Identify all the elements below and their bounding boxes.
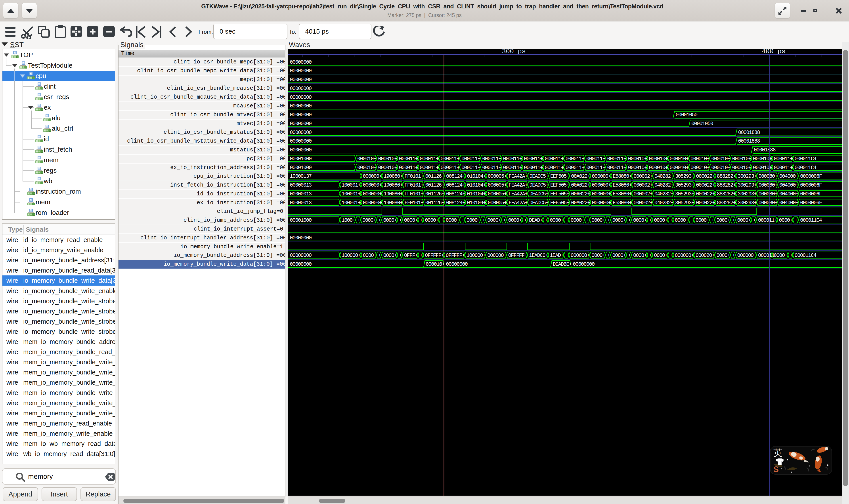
svg-text:040282+: 040282+	[654, 174, 673, 179]
svg-text:000000+: 000000+	[737, 253, 756, 258]
svg-text:+: +	[711, 217, 714, 223]
svg-text:000011+: 000011+	[586, 165, 606, 170]
svg-text:000011C4: 000011C4	[795, 253, 816, 258]
svg-text:0000006F: 0000006F	[800, 182, 822, 188]
svg-text:000010+: 000010+	[670, 156, 689, 162]
svg-text:1000+: 1000+	[342, 217, 355, 223]
svg-text:000011+: 000011+	[482, 165, 501, 170]
svg-text:000010+: 000010+	[378, 156, 397, 162]
svg-text:DEADC5+: DEADC5+	[529, 191, 548, 197]
svg-text:+: +	[565, 217, 568, 223]
svg-text:000011+: 000011+	[462, 165, 481, 170]
svg-text:0FFFFF+: 0FFFFF+	[446, 253, 465, 258]
svg-text:E58080+: E58080+	[613, 174, 632, 179]
svg-text:000011+: 000011+	[482, 156, 501, 162]
svg-text:DEADC5+: DEADC5+	[529, 200, 548, 206]
svg-text:00001888: 00001888	[754, 147, 776, 153]
svg-text:000010+: 000010+	[753, 165, 772, 170]
svg-text:100001+: 100001+	[342, 200, 361, 206]
svg-text:00000000: 00000000	[290, 138, 311, 144]
svg-text:00000000: 00000000	[290, 59, 311, 65]
svg-text:000010+: 000010+	[357, 156, 376, 162]
svg-text:000010+: 000010+	[711, 156, 730, 162]
svg-text:+: +	[690, 217, 693, 223]
svg-text:E58080+: E58080+	[613, 182, 632, 188]
svg-text:000080+: 000080+	[759, 182, 778, 188]
svg-text:0000+: 0000+	[654, 217, 668, 223]
svg-text:000010+: 000010+	[357, 165, 376, 170]
svg-text:190080+: 190080+	[384, 174, 403, 179]
svg-text:000022+: 000022+	[696, 174, 715, 179]
svg-text:000010+: 000010+	[426, 262, 445, 267]
svg-text:305293+: 305293+	[675, 200, 694, 206]
svg-text:000011+: 000011+	[758, 217, 777, 223]
svg-text:0000+: 0000+	[737, 217, 751, 223]
svg-text:1EAD+: 1EAD+	[550, 253, 564, 258]
svg-text:000022+: 000022+	[696, 200, 715, 206]
svg-text:00000013: 00000013	[290, 200, 311, 206]
svg-text:DEADC5+: DEADC5+	[529, 182, 548, 188]
svg-text:+: +	[482, 217, 485, 223]
svg-text:000011+: 000011+	[774, 165, 793, 170]
svg-text:008124+: 008124+	[446, 182, 465, 188]
svg-text:000005+: 000005+	[488, 191, 507, 197]
svg-text:305293+: 305293+	[675, 182, 694, 188]
svg-text:0000+: 0000+	[633, 253, 647, 258]
svg-text:305293+: 305293+	[675, 191, 694, 197]
svg-text:000000+: 000000+	[571, 253, 590, 258]
svg-text:+: +	[670, 217, 672, 223]
svg-text:0000+: 0000+	[633, 217, 647, 223]
svg-text:00001888: 00001888	[738, 138, 760, 144]
svg-text:000011+: 000011+	[420, 156, 439, 162]
svg-text:0000+: 0000+	[774, 253, 788, 258]
svg-text:000011C4: 000011C4	[800, 217, 822, 223]
svg-text:004000+: 004000+	[779, 200, 798, 206]
svg-text:000011+: 000011+	[503, 156, 522, 162]
svg-text:001126+: 001126+	[426, 174, 445, 179]
svg-text:00000000: 00000000	[290, 103, 311, 109]
svg-text:000010+: 000010+	[711, 165, 730, 170]
svg-text:010104+: 010104+	[467, 200, 486, 206]
svg-text:0000+: 0000+	[363, 253, 377, 258]
svg-text:000022+: 000022+	[696, 182, 715, 188]
svg-text:EEF505+: EEF505+	[550, 174, 569, 179]
svg-text:300293+: 300293+	[738, 191, 757, 197]
svg-text:0000+: 0000+	[383, 217, 397, 223]
svg-text:000002+: 000002+	[634, 191, 653, 197]
svg-text:00001050: 00001050	[691, 121, 713, 127]
svg-text:+: +	[607, 253, 610, 258]
svg-text:0000+: 0000+	[592, 253, 605, 258]
svg-text:E58080+: E58080+	[613, 200, 632, 206]
svg-text:+: +	[586, 217, 589, 223]
svg-text:888282+: 888282+	[717, 191, 736, 197]
svg-text:000010+: 000010+	[649, 165, 668, 170]
svg-text:190080+: 190080+	[384, 191, 403, 197]
svg-text:300293+: 300293+	[738, 174, 757, 179]
svg-text:+: +	[399, 253, 402, 258]
svg-text:000010+: 000010+	[690, 156, 709, 162]
svg-text:0000+: 0000+	[508, 217, 522, 223]
svg-text:+: +	[790, 253, 793, 258]
svg-text:00000013: 00000013	[290, 182, 311, 188]
svg-text:000005+: 000005+	[488, 174, 507, 179]
svg-text:00000000: 00000000	[290, 77, 311, 83]
svg-text:000080+: 000080+	[759, 200, 778, 206]
svg-text:0000+: 0000+	[404, 217, 418, 223]
svg-text:FF0101+: FF0101+	[404, 174, 423, 179]
svg-text:004000+: 004000+	[779, 191, 798, 197]
svg-text:00000000: 00000000	[290, 253, 311, 258]
svg-text:00000000: 00000000	[446, 262, 468, 267]
svg-text:001126+: 001126+	[426, 200, 445, 206]
svg-text:000011+: 000011+	[607, 165, 626, 170]
svg-text:000080+: 000080+	[759, 174, 778, 179]
svg-text:00001050: 00001050	[676, 112, 697, 118]
svg-text:+: +	[420, 253, 423, 258]
svg-text:FEA42A+: FEA42A+	[508, 200, 527, 206]
svg-text:EEF505+: EEF505+	[550, 191, 569, 197]
svg-text:+: +	[462, 217, 464, 223]
svg-text:00000000: 00000000	[290, 147, 311, 153]
svg-text:000010+: 000010+	[670, 165, 689, 170]
svg-text:0000+: 0000+	[383, 253, 397, 258]
svg-text:+: +	[503, 217, 506, 223]
svg-text:0000+: 0000+	[779, 217, 793, 223]
